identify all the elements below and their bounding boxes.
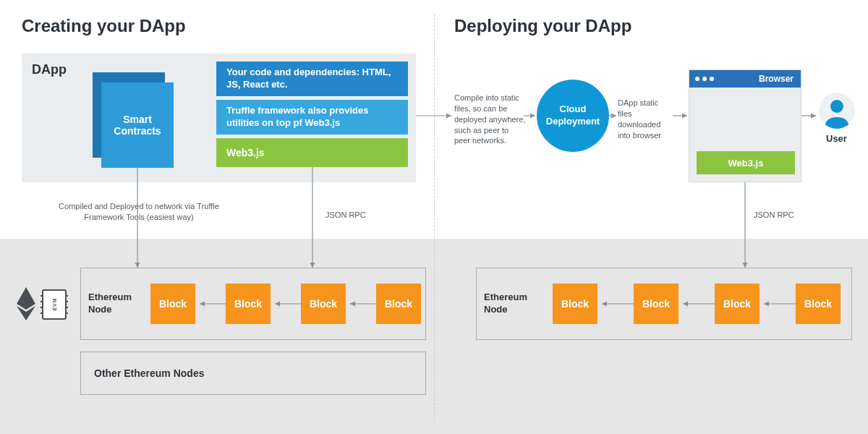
browser-title: Browser — [759, 74, 793, 84]
user-icon — [819, 93, 855, 129]
other-nodes-box: Other Ethereum Nodes — [80, 352, 426, 395]
block-left-2: Block — [226, 284, 271, 324]
eth-node-label-left: Ethereum Node — [88, 292, 139, 316]
code-box: Your code and dependencies: HTML, JS, Re… — [216, 61, 408, 96]
block-left-3: Block — [301, 284, 346, 324]
left-title: Creating your DApp — [22, 16, 186, 36]
ethereum-icon — [14, 286, 38, 322]
divider — [434, 14, 435, 420]
json-rpc-right: JSON RPC — [754, 210, 794, 221]
smart-contracts-label: Smart Contracts — [107, 114, 168, 137]
svg-point-2 — [830, 100, 843, 113]
browser-web3-box: Web3.js — [697, 151, 795, 174]
block-left-4: Block — [376, 284, 421, 324]
browser-dot-icon — [702, 77, 707, 81]
dl-note: DApp static files downloaded into browse… — [618, 98, 674, 140]
smart-contracts-front: Smart Contracts — [101, 82, 174, 168]
web3-box: Web3.js — [216, 138, 408, 167]
user-label: User — [826, 133, 847, 144]
truffle-box-text: Truffle framework also provides utilitie… — [226, 105, 398, 129]
browser-dot-icon — [695, 77, 699, 81]
eth-node-label-right: Ethereum Node — [484, 292, 535, 316]
block-right-4: Block — [796, 284, 841, 324]
block-right-3: Block — [715, 284, 760, 324]
web3-box-text: Web3.js — [226, 147, 265, 158]
truffle-box: Truffle framework also provides utilitie… — [216, 100, 408, 135]
browser-dot-icon — [710, 77, 714, 81]
browser-box: Browser Web3.js — [689, 69, 801, 182]
cloud-circle: Cloud Deployment — [537, 80, 609, 152]
dapp-label: DApp — [32, 62, 67, 77]
browser-bar: Browser — [689, 70, 801, 88]
json-rpc-left: JSON RPC — [326, 210, 366, 221]
right-title: Deploying your DApp — [454, 16, 631, 36]
block-right-2: Block — [634, 284, 678, 324]
block-left-1: Block — [150, 284, 195, 324]
evm-icon: E V M — [42, 289, 67, 320]
svg-marker-1 — [17, 306, 35, 320]
cloud-label: Cloud Deployment — [542, 103, 603, 128]
block-right-1: Block — [553, 284, 597, 324]
code-box-text: Your code and dependencies: HTML, JS, Re… — [226, 67, 398, 91]
browser-web3-text: Web3.js — [728, 158, 764, 169]
compile-note: Compile into static files, so can be dep… — [454, 93, 527, 146]
other-nodes-label: Other Ethereum Nodes — [94, 367, 204, 379]
svg-marker-0 — [17, 287, 35, 310]
compiled-note: Compiled and Deployed to network via Tru… — [52, 201, 226, 223]
